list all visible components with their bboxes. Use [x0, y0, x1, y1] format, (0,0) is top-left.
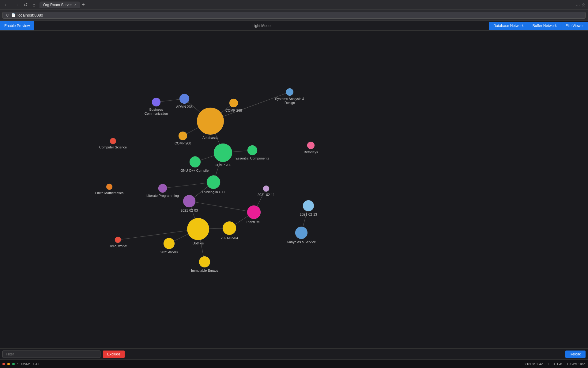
- network-node-admn233[interactable]: ADMN 233: [176, 94, 193, 109]
- node-circle: [263, 186, 269, 192]
- node-circle: [164, 238, 175, 249]
- network-node-hello-world[interactable]: Hello, world!: [109, 237, 127, 248]
- network-node-birthdays[interactable]: Birthdays: [304, 142, 318, 154]
- shield-icon: 🛡: [6, 13, 9, 17]
- network-node-computer-science[interactable]: Computer Science: [99, 138, 127, 149]
- node-circle: [197, 108, 224, 135]
- network-node-thinking-cpp[interactable]: Thinking in C++: [202, 175, 225, 194]
- network-node-2021-02-13[interactable]: 2021-02-13: [300, 200, 317, 216]
- tab-bar: Org Roam Server × +: [40, 2, 574, 8]
- enable-preview-button[interactable]: Enable Preview: [0, 21, 34, 30]
- node-circle: [187, 218, 209, 240]
- node-label: Systems Analysis &: [275, 97, 305, 101]
- network-node-comp200[interactable]: COMP 200: [175, 132, 191, 145]
- browser-toolbar-actions: ··· ☆: [576, 2, 586, 7]
- node-label: 2021-02-04: [221, 236, 238, 240]
- network-node-literate-prog[interactable]: Literate Programming: [146, 184, 179, 197]
- node-label: Thinking in C++: [202, 190, 225, 194]
- node-label: Computer Science: [99, 145, 127, 149]
- node-label: Communication: [145, 112, 168, 115]
- status-dot-green: [12, 363, 15, 365]
- node-circle: [207, 175, 220, 189]
- node-circle: [179, 94, 189, 104]
- node-circle: [183, 195, 195, 207]
- node-label: 2021-02-03: [181, 209, 198, 212]
- app-bar-tabs: Database Network Buffer Network File Vie…: [489, 22, 588, 30]
- tab-database-network[interactable]: Database Network: [489, 22, 528, 30]
- node-label: COMP 268: [225, 109, 242, 112]
- new-tab-button[interactable]: +: [80, 2, 87, 8]
- filter-bar: Exclude Reload: [0, 348, 588, 359]
- network-node-athabasca[interactable]: Athabasca: [197, 108, 224, 140]
- network-canvas: BusinessCommunicationADMN 233COMP 268Sys…: [0, 31, 588, 348]
- node-circle: [199, 256, 210, 267]
- network-node-dotfiles[interactable]: Dotfiles: [187, 218, 209, 245]
- node-circle: [179, 132, 187, 140]
- node-circle: [106, 184, 112, 190]
- network-node-essential-comp[interactable]: Essential Components: [236, 145, 270, 160]
- network-node-gnu-cpp[interactable]: GNU C++ Compiler: [180, 156, 210, 172]
- node-circle: [115, 237, 121, 243]
- reload-button[interactable]: ↺: [22, 1, 29, 8]
- light-mode-label: Light Mode: [34, 24, 489, 28]
- network-node-2021-02-11[interactable]: 2021-02-11: [258, 186, 275, 197]
- network-node-systems-analysis[interactable]: Systems Analysis &Design: [275, 88, 305, 105]
- node-label: Literate Programming: [146, 194, 179, 197]
- network-edge: [189, 201, 254, 212]
- exclude-button[interactable]: Exclude: [103, 351, 125, 358]
- status-right: 8:18PM 1.42 LF UTF-8 EXWM : line: [524, 362, 586, 366]
- node-label: 2021-02-13: [300, 213, 317, 216]
- network-node-kanye-service[interactable]: Kanye as a Service: [287, 227, 316, 244]
- address-bar[interactable]: 🛡 📄 localhost:8080: [2, 12, 586, 19]
- forward-button[interactable]: →: [12, 2, 20, 8]
- node-circle: [303, 200, 314, 211]
- url-text[interactable]: localhost:8080: [17, 13, 43, 17]
- node-label: Athabasca: [202, 136, 219, 140]
- network-edge: [118, 229, 198, 240]
- favorites-icon[interactable]: ☆: [582, 2, 586, 7]
- tab-title: Org Roam Server: [43, 3, 72, 7]
- back-button[interactable]: ←: [2, 2, 10, 8]
- reload-button[interactable]: Reload: [565, 351, 586, 358]
- browser-titlebar: ← → ↺ ⌂ Org Roam Server × + ··· ☆: [0, 0, 588, 10]
- node-label: 2021-02-11: [258, 193, 275, 197]
- node-label: Immutable Emacs: [191, 269, 218, 272]
- network-graph: BusinessCommunicationADMN 233COMP 268Sys…: [0, 31, 588, 348]
- node-label: Hello, world!: [109, 244, 127, 248]
- tab-file-viewer[interactable]: File Viewer: [561, 22, 588, 30]
- network-node-comp268[interactable]: COMP 268: [225, 99, 242, 112]
- node-circle: [158, 184, 167, 193]
- time-label: 8:18PM 1.42: [524, 362, 543, 366]
- mode-label: EXWM : line: [567, 362, 586, 366]
- node-circle: [229, 99, 238, 107]
- network-node-business-comm[interactable]: BusinessCommunication: [145, 98, 168, 115]
- workspace-label: 1 All: [33, 362, 39, 366]
- tab-buffer-network[interactable]: Buffer Network: [528, 22, 561, 30]
- status-bar: *EXWM* 1 All 8:18PM 1.42 LF UTF-8 EXWM :…: [0, 359, 588, 368]
- filter-input[interactable]: [2, 351, 100, 358]
- node-circle: [295, 227, 307, 239]
- node-label: COMP 206: [215, 163, 231, 167]
- network-node-2021-02-03[interactable]: 2021-02-03: [181, 195, 198, 212]
- browser-address-toolbar: 🛡 📄 localhost:8080: [0, 10, 588, 21]
- encoding-label: LF UTF-8: [548, 362, 562, 366]
- network-node-plantuml[interactable]: PlantUML: [247, 205, 261, 224]
- network-node-immutable-emacs[interactable]: Immutable Emacs: [191, 256, 218, 272]
- more-options-icon[interactable]: ···: [576, 2, 580, 7]
- network-node-finite-math[interactable]: Finite Mathematics: [95, 184, 124, 195]
- status-dot-yellow: [7, 363, 10, 365]
- node-label: Dotfiles: [193, 241, 204, 245]
- browser-controls: ← → ↺ ⌂: [2, 1, 37, 8]
- node-circle: [214, 144, 232, 162]
- node-label: GNU C++ Compiler: [180, 169, 210, 172]
- node-label: Business: [149, 108, 163, 111]
- browser-tab[interactable]: Org Roam Server ×: [40, 2, 80, 8]
- tab-close-button[interactable]: ×: [74, 3, 76, 6]
- node-label: ADMN 233: [176, 105, 193, 109]
- network-node-comp206[interactable]: COMP 206: [214, 144, 232, 167]
- node-circle: [190, 156, 201, 167]
- node-circle: [223, 221, 236, 235]
- node-circle: [247, 205, 261, 219]
- node-circle: [307, 142, 315, 149]
- home-button[interactable]: ⌂: [31, 2, 37, 8]
